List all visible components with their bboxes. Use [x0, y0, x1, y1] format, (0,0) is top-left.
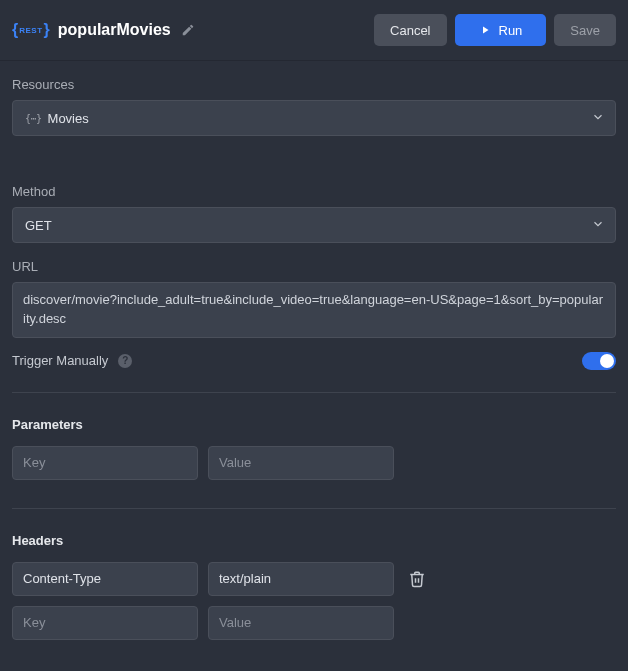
pencil-icon[interactable]: [181, 23, 195, 37]
parameter-value-input[interactable]: [208, 446, 394, 480]
save-button[interactable]: Save: [554, 14, 616, 46]
header-row: [12, 606, 616, 640]
header: {REST} popularMovies Cancel Run Save: [0, 0, 628, 61]
header-row: [12, 562, 616, 596]
trigger-row: Trigger Manually ?: [12, 352, 616, 393]
method-label: Method: [12, 184, 616, 199]
resource-type-icon: {⋯}: [25, 113, 42, 124]
chevron-down-icon: [591, 110, 605, 127]
parameter-row: [12, 446, 616, 480]
parameter-key-input[interactable]: [12, 446, 198, 480]
header-value-input[interactable]: [208, 562, 394, 596]
rest-icon: {REST}: [12, 19, 50, 41]
trigger-label: Trigger Manually: [12, 353, 108, 368]
run-button[interactable]: Run: [455, 14, 547, 46]
toggle-knob: [600, 354, 614, 368]
resources-selected-value: Movies: [48, 111, 89, 126]
header-key-input[interactable]: [12, 562, 198, 596]
chevron-down-icon: [591, 217, 605, 234]
help-icon[interactable]: ?: [118, 354, 132, 368]
parameters-section: Parameters: [12, 417, 616, 509]
url-label: URL: [12, 259, 616, 274]
header-key-input[interactable]: [12, 606, 198, 640]
trash-icon[interactable]: [404, 566, 430, 592]
content: Resources {⋯} Movies Method GET URL disc…: [0, 61, 628, 640]
resources-label: Resources: [12, 77, 616, 92]
headers-section: Headers: [12, 533, 616, 640]
method-select[interactable]: GET: [12, 207, 616, 243]
headers-title: Headers: [12, 533, 616, 548]
play-icon: [479, 24, 491, 36]
method-selected-value: GET: [25, 218, 52, 233]
url-input[interactable]: discover/movie?include_adult=true&includ…: [12, 282, 616, 338]
resources-select[interactable]: {⋯} Movies: [12, 100, 616, 136]
run-button-label: Run: [499, 23, 523, 38]
header-value-input[interactable]: [208, 606, 394, 640]
trigger-toggle[interactable]: [582, 352, 616, 370]
cancel-button[interactable]: Cancel: [374, 14, 446, 46]
page-title: popularMovies: [58, 21, 171, 39]
parameters-title: Parameters: [12, 417, 616, 432]
